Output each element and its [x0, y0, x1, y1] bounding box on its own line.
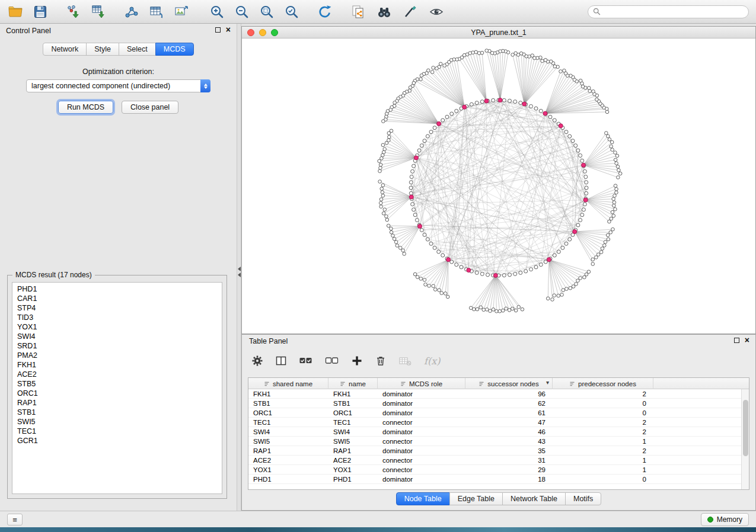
mcds-result-item[interactable]: ORC1 — [12, 389, 222, 398]
tab-network-table[interactable]: Network Table — [502, 492, 566, 505]
select-all-button[interactable] — [299, 355, 313, 367]
cell-MCDS-role: dominator — [378, 399, 465, 408]
zoom-selected-button[interactable] — [283, 4, 300, 20]
cell-shared-name: YOX1 — [248, 465, 328, 474]
mcds-result-item[interactable]: TEC1 — [12, 427, 222, 436]
network-window: YPA_prune.txt_1 — [241, 26, 756, 334]
open-session-button[interactable] — [7, 4, 24, 20]
cell-successor-nodes: 96 — [465, 389, 553, 398]
new-network-button[interactable] — [123, 4, 140, 20]
table-row[interactable]: RAP1RAP1dominator352 — [248, 446, 741, 456]
search-network-button[interactable] — [376, 4, 393, 20]
mcds-result-item[interactable]: GCR1 — [12, 436, 222, 446]
tab-motifs[interactable]: Motifs — [565, 492, 601, 505]
close-panel-button[interactable]: Close panel — [122, 101, 178, 114]
mcds-result-item[interactable]: STB1 — [12, 408, 222, 417]
add-row-button[interactable] — [351, 355, 363, 367]
column-header-predecessor-nodes[interactable]: predecessor nodes — [553, 378, 653, 389]
apply-style-button[interactable] — [402, 4, 419, 20]
mcds-result-item[interactable]: PHD1 — [12, 284, 222, 294]
mcds-result-item[interactable]: SWI4 — [12, 332, 222, 341]
show-hide-graphics-button[interactable] — [428, 4, 445, 20]
splitter-collapse-icon[interactable] — [238, 265, 241, 278]
mcds-result-item[interactable]: SWI5 — [12, 417, 222, 427]
scrollbar-thumb[interactable] — [743, 400, 748, 456]
panel-splitter[interactable] — [237, 24, 241, 511]
table-row[interactable]: TEC1TEC1connector472 — [248, 418, 741, 427]
table-row[interactable]: ORC1ORC1dominator610 — [248, 408, 741, 418]
zoom-out-button[interactable] — [234, 4, 250, 20]
float-table-panel-icon[interactable] — [734, 338, 739, 343]
import-table-button[interactable] — [90, 4, 107, 20]
table-row[interactable]: STB1STB1dominator620 — [248, 399, 741, 408]
mcds-result-list[interactable]: PHD1CAR1STP4TID3YOX1SWI4SRD1PMA2FKH1ACE2… — [12, 282, 222, 494]
cell-MCDS-role: dominator — [378, 389, 465, 398]
column-menu-arrow-icon[interactable]: ▾ — [546, 379, 549, 386]
table-settings-button[interactable] — [251, 355, 263, 367]
zoom-selected-icon — [284, 4, 299, 20]
cell-shared-name: TEC1 — [248, 418, 328, 427]
export-image-button[interactable] — [173, 4, 190, 20]
mcds-result-item[interactable]: FKH1 — [12, 360, 222, 370]
column-header-shared-name[interactable]: shared name — [248, 378, 328, 389]
tab-style[interactable]: Style — [86, 43, 119, 56]
mcds-result-item[interactable]: YOX1 — [12, 322, 222, 332]
network-view[interactable] — [242, 39, 755, 334]
close-table-panel-icon[interactable]: × — [745, 337, 749, 343]
network-canvas[interactable] — [242, 39, 755, 334]
network-window-titlebar[interactable]: YPA_prune.txt_1 — [242, 27, 755, 39]
tab-mcds[interactable]: MCDS — [155, 43, 194, 56]
cell-MCDS-role: dominator — [378, 408, 465, 417]
mcds-result-item[interactable]: ACE2 — [12, 370, 222, 379]
deselect-all-button[interactable] — [325, 355, 339, 367]
table-row[interactable]: FKH1FKH1dominator962 — [248, 389, 741, 399]
float-panel-icon[interactable] — [215, 27, 221, 33]
tab-node-table[interactable]: Node Table — [396, 492, 450, 505]
tab-edge-table[interactable]: Edge Table — [449, 492, 503, 505]
select-stepper-icon — [200, 79, 210, 92]
cell-MCDS-role: connector — [378, 437, 465, 446]
column-header-name[interactable]: name — [328, 378, 378, 389]
close-panel-icon[interactable]: × — [226, 27, 231, 33]
run-mcds-button[interactable]: Run MCDS — [58, 101, 113, 114]
tab-select[interactable]: Select — [119, 43, 156, 56]
duplicate-network-button[interactable] — [350, 4, 366, 20]
zoom-fit-button[interactable] — [259, 4, 275, 20]
column-header-filler — [653, 378, 749, 389]
function-builder-button-disabled: f(x) — [424, 355, 440, 367]
save-session-button[interactable] — [32, 4, 49, 20]
mcds-result-item[interactable]: STB5 — [12, 379, 222, 389]
table-row[interactable]: YOX1YOX1connector291 — [248, 465, 741, 475]
mcds-result-item[interactable]: SRD1 — [12, 341, 222, 351]
table-row[interactable]: SWI5SWI5connector431 — [248, 437, 741, 446]
table-panel-title: Table Panel — [249, 337, 288, 345]
mcds-result-item[interactable]: PMA2 — [12, 351, 222, 360]
new-table-button[interactable] — [148, 4, 165, 20]
table-row[interactable]: SWI4SWI4dominator462 — [248, 427, 741, 437]
task-history-button[interactable]: ≡ — [7, 514, 23, 525]
table-scrollbar[interactable] — [741, 389, 749, 489]
column-header-MCDS-role[interactable]: MCDS role — [378, 378, 465, 389]
table-panel-tabs: Node TableEdge TableNetwork TableMotifs — [242, 492, 755, 505]
table-row[interactable]: ACE2ACE2connector311 — [248, 456, 741, 465]
table-row[interactable]: PHD1PHD1dominator180 — [248, 475, 741, 484]
clear-table-button-disabled — [398, 355, 412, 367]
mcds-result-item[interactable]: STP4 — [12, 303, 222, 313]
zoom-in-button[interactable] — [209, 4, 225, 20]
optimization-criterion-select[interactable]: largest connected component (undirected) — [26, 79, 210, 92]
mcds-result-item[interactable]: RAP1 — [12, 398, 222, 408]
delete-row-button[interactable] — [375, 355, 387, 367]
mcds-result-item[interactable]: TID3 — [12, 313, 222, 322]
attribute-type-icon — [569, 381, 575, 387]
column-header-successor-nodes[interactable]: successor nodes▾ — [465, 378, 553, 389]
memory-button[interactable]: Memory — [701, 513, 749, 526]
tab-network[interactable]: Network — [43, 43, 87, 56]
refresh-view-button[interactable] — [317, 4, 333, 20]
table-toolbar: f(x) — [251, 350, 440, 371]
node-table: shared namenameMCDS rolesuccessor nodes▾… — [248, 377, 749, 490]
import-network-button[interactable] — [65, 4, 82, 20]
global-search[interactable] — [588, 5, 749, 18]
mcds-result-item[interactable]: CAR1 — [12, 294, 222, 303]
search-input[interactable] — [604, 8, 744, 16]
show-columns-button[interactable] — [275, 355, 287, 367]
